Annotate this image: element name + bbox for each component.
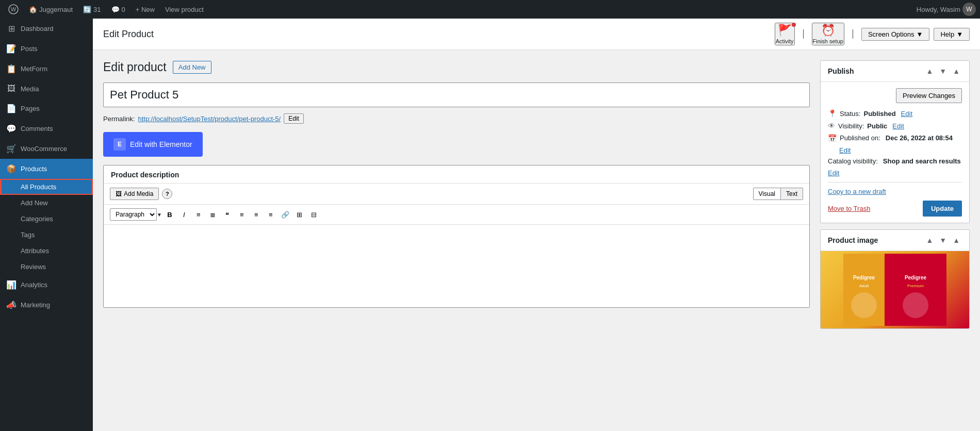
woocommerce-icon: 🛒 bbox=[6, 144, 17, 154]
dashboard-icon: ⊞ bbox=[6, 24, 17, 34]
text-tab[interactable]: Text bbox=[781, 188, 803, 200]
published-on-edit-link[interactable]: Edit bbox=[839, 146, 851, 154]
catalog-visibility-label: Catalog visibility: bbox=[828, 157, 878, 165]
submenu-tags[interactable]: Tags bbox=[0, 227, 93, 243]
align-right-button[interactable]: ≡ bbox=[264, 208, 277, 221]
comments-icon: 💬 bbox=[111, 6, 120, 13]
close-metabox-button[interactable]: ▲ bbox=[951, 66, 962, 76]
submenu-reviews[interactable]: Reviews bbox=[0, 259, 93, 275]
site-name[interactable]: 🏠 Juggernaut bbox=[25, 0, 77, 19]
help-button[interactable]: Help ▼ bbox=[934, 28, 970, 41]
sidebar-item-media[interactable]: 🖼 Media bbox=[0, 79, 93, 98]
view-product-btn[interactable]: View product bbox=[161, 0, 208, 19]
sidebar-item-woocommerce[interactable]: 🛒 WooCommerce bbox=[0, 139, 93, 159]
new-btn[interactable]: + New bbox=[132, 0, 159, 19]
updates-btn[interactable]: 🔄 31 bbox=[79, 0, 105, 19]
finish-setup-button[interactable]: ⏰ Finish setup bbox=[812, 23, 844, 45]
product-image-close[interactable]: ▲ bbox=[951, 235, 962, 245]
sidebar-item-marketing[interactable]: 📣 Marketing bbox=[0, 295, 93, 315]
preview-changes-wrapper: Preview Changes bbox=[828, 88, 962, 103]
sidebar-item-analytics[interactable]: 📊 Analytics bbox=[0, 275, 93, 295]
comments-btn[interactable]: 💬 0 bbox=[107, 0, 129, 19]
move-to-trash-link[interactable]: Move to Trash bbox=[828, 205, 870, 212]
blockquote-button[interactable]: ❝ bbox=[221, 208, 234, 221]
preview-changes-button[interactable]: Preview Changes bbox=[896, 88, 962, 103]
catalog-visibility-edit-link[interactable]: Edit bbox=[828, 169, 839, 177]
sidebar-item-dashboard[interactable]: ⊞ Dashboard bbox=[0, 19, 93, 39]
align-center-button[interactable]: ≡ bbox=[250, 208, 263, 221]
bold-button[interactable]: B bbox=[163, 208, 176, 221]
marketing-icon: 📣 bbox=[6, 300, 17, 310]
publish-metabox-title: Publish bbox=[828, 67, 854, 75]
product-image-preview[interactable]: Pedigree Adult Pedigree Premium bbox=[821, 251, 969, 328]
permalink-link[interactable]: http://localhost/SetupTest/product/pet-p… bbox=[138, 115, 281, 123]
calendar-icon: 📅 bbox=[828, 134, 837, 142]
visibility-edit-link[interactable]: Edit bbox=[892, 122, 904, 130]
publish-metabox-header: Publish ▲ ▼ ▲ bbox=[821, 61, 969, 82]
copy-to-new-draft-link[interactable]: Copy to a new draft bbox=[828, 188, 962, 195]
wp-logo[interactable]: W bbox=[4, 4, 23, 14]
notification-dot bbox=[792, 23, 796, 27]
activity-button[interactable]: 🚩 Activity bbox=[775, 23, 795, 45]
product-image-metabox: Product image ▲ ▼ ▲ bbox=[820, 229, 970, 329]
sidebar-item-comments[interactable]: 💬 Comments bbox=[0, 119, 93, 139]
product-title-input[interactable] bbox=[103, 82, 810, 107]
unordered-list-button[interactable]: ≡ bbox=[192, 208, 205, 221]
submenu-categories[interactable]: Categories bbox=[0, 211, 93, 227]
editor-view-tabs: Visual Text bbox=[753, 188, 803, 200]
visual-tab[interactable]: Visual bbox=[753, 188, 781, 200]
sidebar-item-products[interactable]: 📦 Products bbox=[0, 159, 93, 179]
editor-help-button[interactable]: ? bbox=[162, 189, 172, 199]
editor-toolbar-row: 🖼 Add Media ? Visual Text bbox=[104, 184, 809, 205]
adminbar-right: Howdy, Wasim W bbox=[917, 3, 976, 16]
topbar-sep2 bbox=[853, 29, 853, 39]
collapse-up-button[interactable]: ▲ bbox=[924, 66, 935, 76]
editor-toolbar-left: 🖼 Add Media ? bbox=[110, 188, 172, 200]
svg-text:W: W bbox=[11, 6, 17, 12]
elementor-icon: E bbox=[113, 138, 126, 151]
publish-divider bbox=[828, 182, 962, 183]
media-icon: 🖼 bbox=[6, 84, 17, 93]
sidebar-item-posts[interactable]: 📝 Posts bbox=[0, 39, 93, 59]
fullscreen-button[interactable]: ⊟ bbox=[307, 208, 321, 221]
permalink-edit-button[interactable]: Edit bbox=[284, 113, 304, 124]
link-button[interactable]: 🔗 bbox=[279, 208, 292, 221]
status-edit-link[interactable]: Edit bbox=[901, 110, 912, 118]
product-image-collapse-up[interactable]: ▲ bbox=[924, 235, 935, 245]
submenu-attributes[interactable]: Attributes bbox=[0, 243, 93, 259]
sidebar-item-pages[interactable]: 📄 Pages bbox=[0, 98, 93, 119]
italic-button[interactable]: I bbox=[177, 208, 191, 221]
sidebar-item-metaform[interactable]: 📋 MetForm bbox=[0, 59, 93, 79]
insert-table-button[interactable]: ⊞ bbox=[293, 208, 306, 221]
align-left-button[interactable]: ≡ bbox=[235, 208, 249, 221]
add-media-button[interactable]: 🖼 Add Media bbox=[110, 188, 159, 200]
published-on-label: Published on: bbox=[840, 134, 880, 142]
publish-actions-row: Move to Trash Update bbox=[828, 201, 962, 217]
catalog-visibility-value: Shop and search results bbox=[883, 157, 961, 165]
updates-icon: 🔄 bbox=[83, 6, 91, 13]
update-button[interactable]: Update bbox=[923, 201, 962, 217]
add-media-icon: 🖼 bbox=[116, 190, 122, 197]
product-image-collapse-down[interactable]: ▼ bbox=[937, 235, 949, 245]
screen-options-chevron-icon: ▼ bbox=[917, 30, 923, 38]
submenu-all-products[interactable]: All Products bbox=[0, 179, 93, 195]
svg-text:Pedigree: Pedigree bbox=[905, 275, 927, 280]
product-description-box: Product description 🖼 Add Media ? bbox=[103, 165, 810, 308]
page-title: Edit Product bbox=[103, 29, 154, 40]
page-header: Edit product Add New bbox=[103, 60, 810, 74]
paragraph-select[interactable]: Paragraph bbox=[110, 208, 157, 221]
ordered-list-button[interactable]: ≣ bbox=[206, 208, 220, 221]
edit-with-elementor-button[interactable]: E Edit with Elementor bbox=[103, 132, 203, 157]
posts-icon: 📝 bbox=[6, 44, 17, 54]
collapse-down-button[interactable]: ▼ bbox=[937, 66, 949, 76]
screen-options-button[interactable]: Screen Options ▼ bbox=[861, 28, 929, 41]
submenu-add-new[interactable]: Add New bbox=[0, 195, 93, 211]
edit-product-heading: Edit product bbox=[103, 60, 167, 74]
catalog-edit-wrapper: Edit bbox=[828, 169, 962, 177]
editor-body[interactable] bbox=[104, 225, 809, 307]
activity-btn-wrapper: 🚩 Activity bbox=[775, 23, 795, 45]
status-label: Status: bbox=[840, 110, 860, 118]
visibility-label: Visibility: bbox=[838, 122, 864, 130]
add-new-button[interactable]: Add New bbox=[173, 61, 211, 74]
product-image-header: Product image ▲ ▼ ▲ bbox=[821, 230, 969, 251]
